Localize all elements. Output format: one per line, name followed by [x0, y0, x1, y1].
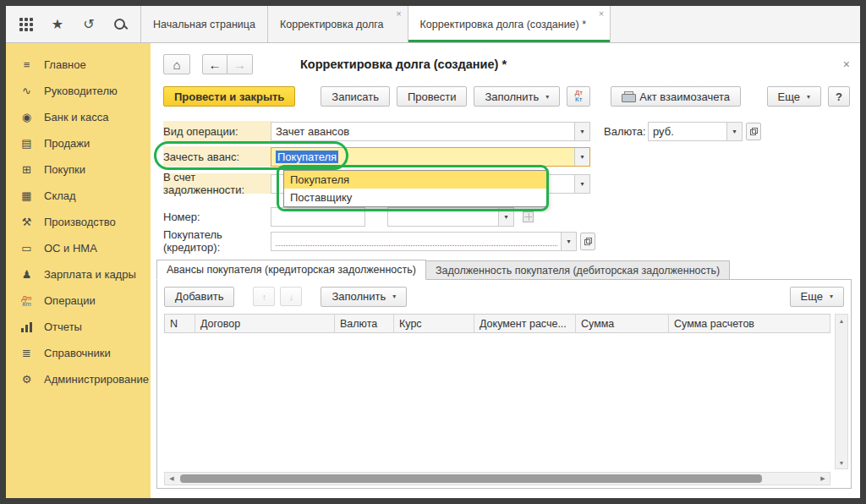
tab-label: Задолженность покупателя (дебиторская за… [436, 265, 720, 277]
sidebar-item-label: Покупки [44, 163, 85, 176]
button-label: Записать [332, 90, 379, 103]
apps-menu-icon[interactable] [17, 15, 36, 34]
dropdown-option-supplier[interactable]: Поставщику [284, 189, 546, 206]
move-row-up-button[interactable]: ↑ [253, 287, 275, 306]
sidebar-item-bank-cash[interactable]: ◉ Банк и касса [6, 104, 151, 130]
vertical-scrollbar[interactable]: ▲ ▼ [835, 314, 848, 469]
detail-tabs: Авансы покупателя (кредиторская задолжен… [156, 259, 852, 280]
fill-menu-button[interactable]: Заполнить ▾ [474, 86, 560, 107]
tab-home-page[interactable]: Начальная страница [140, 6, 268, 42]
save-button[interactable]: Записать [321, 86, 390, 107]
printer-icon [622, 91, 634, 101]
sidebar-item-fixed-assets[interactable]: ▭ ОС и НМА [6, 235, 151, 261]
more-menu-button[interactable]: Еще ▾ [767, 86, 821, 107]
grid-more-menu-button[interactable]: Еще ▾ [790, 287, 844, 307]
advance-offset-field[interactable]: Покупателя ▾ [271, 147, 590, 167]
sidebar: ≡ Главное ∿ Руководителю ◉ Банк и касса … [6, 43, 151, 498]
horizontal-scrollbar[interactable]: ◀ ▶ [164, 472, 830, 485]
button-label: Заполнить [485, 90, 539, 103]
currency-open-button[interactable] [746, 123, 761, 140]
currency-field[interactable]: руб. ▾ [648, 122, 743, 141]
advance-offset-value-selected: Покупателя [276, 151, 338, 163]
document-form: ⌂ ← → Корректировка долга (создание) * ×… [151, 43, 860, 498]
post-button[interactable]: Провести [397, 86, 468, 107]
bar-chart-icon [19, 322, 34, 332]
dropdown-caret-icon[interactable]: ▾ [574, 148, 589, 166]
tab-close-icon[interactable]: × [599, 8, 604, 19]
sidebar-item-label: Администрирование [44, 373, 149, 386]
sidebar-item-main[interactable]: ≡ Главное [6, 52, 151, 78]
close-document-button[interactable]: × [843, 58, 850, 71]
option-label: Покупателя [290, 173, 349, 186]
tab-close-icon[interactable]: × [396, 8, 401, 19]
date-field[interactable]: ▾ [387, 207, 514, 227]
dropdown-caret-icon[interactable]: ▾ [561, 233, 576, 250]
calendar-icon[interactable] [523, 211, 534, 222]
book-icon: ≣ [19, 347, 34, 359]
sidebar-item-label: Производство [44, 216, 116, 228]
favorites-star-icon[interactable]: ★ [48, 15, 67, 34]
back-button[interactable]: ← [202, 54, 227, 74]
dropdown-caret-icon[interactable]: ▾ [726, 123, 742, 140]
sidebar-item-label: Руководителю [44, 85, 118, 97]
home-button[interactable]: ⌂ [163, 54, 190, 74]
page-title: Корректировка долга (создание) * [300, 58, 507, 71]
tab-buyer-debt[interactable]: Задолженность покупателя (дебиторская за… [426, 260, 730, 280]
tab-debt-adjustment[interactable]: Корректировка долга × [268, 6, 408, 42]
post-and-close-button[interactable]: Провести и закрыть [163, 86, 295, 107]
scroll-up-icon[interactable]: ▲ [836, 315, 847, 326]
sidebar-item-warehouse[interactable]: ▦ Склад [6, 183, 151, 209]
calendar-caret-icon[interactable]: ▾ [498, 208, 513, 226]
tab-debt-adjustment-new[interactable]: Корректировка долга (создание) * × [408, 6, 611, 42]
dropdown-option-buyer[interactable]: Покупателя [284, 171, 546, 189]
offset-act-print-button[interactable]: Акт взаимозачета [611, 86, 741, 107]
tab-label: Авансы покупателя (кредиторская задолжен… [167, 264, 416, 276]
menu-icon: ≡ [19, 58, 34, 71]
scroll-down-icon[interactable]: ▼ [836, 457, 847, 468]
grid-toolbar: Добавить ↑ ↓ Заполнить ▾ Еще ▾ [164, 286, 844, 307]
credit-glyph: Кт [22, 301, 31, 307]
apps-grid-glyph [19, 18, 33, 31]
sidebar-item-purchases[interactable]: ⊞ Покупки [6, 156, 151, 183]
sidebar-item-administration[interactable]: ⚙ Администрирование [6, 366, 151, 392]
dropdown-caret-icon[interactable]: ▾ [574, 175, 589, 193]
sidebar-item-salary-hr[interactable]: ♟ Зарплата и кадры [6, 261, 151, 288]
sidebar-item-label: Операции [44, 294, 96, 307]
move-row-down-button[interactable]: ↓ [280, 287, 302, 306]
number-field[interactable] [271, 207, 365, 227]
sidebar-item-directories[interactable]: ≣ Справочники [6, 340, 151, 366]
required-underline [276, 236, 557, 247]
operation-type-value: Зачет авансов [276, 125, 349, 138]
scrollbar-thumb[interactable] [180, 474, 762, 483]
dropdown-caret-icon[interactable]: ▾ [574, 123, 589, 140]
customer-creditor-field[interactable]: ▾ [271, 232, 577, 251]
debit-credit-icon: Дт Кт [19, 295, 34, 307]
help-button[interactable]: ? [828, 86, 850, 107]
coin-icon: ◉ [19, 111, 34, 123]
sidebar-item-production[interactable]: ⚒ Производство [6, 209, 151, 235]
sidebar-item-reports[interactable]: Отчеты [6, 314, 151, 340]
form-nav-row: ⌂ ← → Корректировка долга (создание) * × [163, 53, 850, 75]
sales-doc-icon: ▤ [19, 137, 34, 150]
currency-label: Валюта: [604, 121, 648, 141]
show-postings-button[interactable]: Дт Кт [567, 86, 590, 107]
scroll-right-icon[interactable]: ▶ [816, 473, 830, 485]
sidebar-item-sales[interactable]: ▤ Продажи [6, 130, 151, 156]
grid-fill-menu-button[interactable]: Заполнить ▾ [321, 287, 407, 307]
number-date-row: Номер: ▾ [163, 206, 534, 227]
tab-buyer-advances[interactable]: Авансы покупателя (кредиторская задолжен… [156, 260, 426, 280]
add-row-button[interactable]: Добавить [164, 287, 234, 307]
scroll-left-icon[interactable]: ◀ [165, 473, 178, 485]
open-icon [750, 128, 758, 135]
search-icon[interactable] [111, 15, 129, 34]
history-icon[interactable]: ↺ [79, 15, 98, 34]
number-label: Номер: [163, 206, 271, 227]
operation-type-field[interactable]: Зачет авансов ▾ [271, 122, 590, 141]
sidebar-item-manager[interactable]: ∿ Руководителю [6, 78, 151, 104]
grid-panel: Добавить ↑ ↓ Заполнить ▾ Еще ▾ N Договор… [156, 279, 852, 489]
sidebar-item-operations[interactable]: Дт Кт Операции [6, 288, 151, 314]
quick-access-icons: ★ ↺ [6, 6, 140, 42]
customer-open-button[interactable] [580, 233, 595, 250]
forward-button[interactable]: → [227, 54, 253, 74]
window-tabs: Начальная страница Корректировка долга ×… [140, 6, 611, 42]
